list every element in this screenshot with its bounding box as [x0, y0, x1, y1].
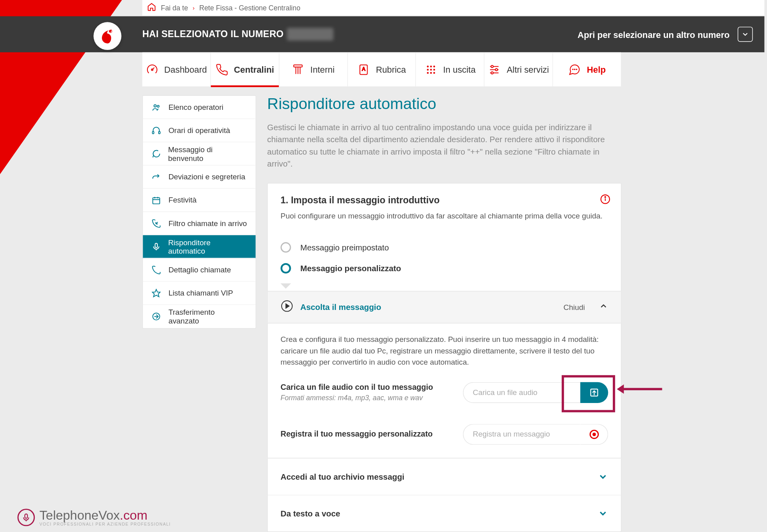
sidebar-item-deviazioni[interactable]: Deviazioni e segreteria — [143, 165, 256, 189]
svg-point-24 — [573, 69, 574, 69]
accordion-label: Da testo a voce — [280, 508, 340, 518]
sidebar-item-label: Elenco operatori — [169, 103, 224, 111]
sidebar-item-dettaglio[interactable]: Dettaglio chiamate — [143, 258, 256, 282]
nav-label: Interni — [310, 64, 335, 74]
svg-rect-30 — [159, 131, 160, 133]
info-icon[interactable] — [600, 194, 610, 204]
nav-rubrica[interactable]: A Rubrica — [348, 52, 416, 87]
vodafone-logo — [93, 22, 121, 50]
mic-icon — [151, 241, 161, 252]
upload-formats: Formati ammessi: m4a, mp3, aac, wma e wa… — [280, 394, 433, 402]
step1-card: 1. Imposta il messaggio introduttivo Puo… — [267, 183, 622, 532]
close-label[interactable]: Chiudi — [564, 303, 585, 312]
annotation-arrow — [622, 388, 662, 390]
watermark-icon — [18, 508, 35, 526]
watermark: TelephoneVox.com VOCI PROFESSIONALI PER … — [18, 508, 171, 526]
message-icon — [151, 148, 161, 159]
svg-point-1 — [109, 30, 112, 33]
upload-label: Carica un file audio con il tuo messaggi… — [280, 383, 433, 391]
listen-label: Ascolta il messaggio — [300, 303, 556, 312]
breadcrumb-page[interactable]: Rete Fissa - Gestione Centralino — [199, 4, 300, 12]
sidebar-item-risponditore[interactable]: Risponditore automatico — [143, 235, 256, 258]
breadcrumb: Fai da te › Rete Fissa - Gestione Centra… — [142, 0, 764, 16]
nav-dashboard[interactable]: Dashboard — [142, 52, 211, 87]
upload-icon — [589, 387, 599, 397]
transfer-icon — [151, 311, 161, 322]
sidebar-item-orari[interactable]: Orari di operatività — [143, 119, 256, 142]
incoming-call-icon — [151, 218, 161, 228]
svg-point-9 — [427, 66, 428, 67]
forward-call-icon — [151, 172, 161, 182]
accordion-tts[interactable]: Da testo a voce — [268, 494, 621, 531]
upload-button[interactable] — [580, 382, 608, 403]
page-description: Gestisci le chiamate in arrivo al tuo ce… — [267, 121, 622, 170]
nav-interni[interactable]: Interni — [279, 52, 348, 87]
svg-point-27 — [154, 104, 156, 107]
radio-label: Messaggio preimpostato — [300, 243, 389, 252]
svg-rect-3 — [294, 65, 302, 67]
star-icon — [151, 288, 161, 298]
sidebar-item-label: Lista chiamanti VIP — [169, 289, 233, 298]
svg-point-14 — [433, 69, 435, 70]
sidebar-item-label: Filtro chiamate in arrivo — [169, 219, 247, 228]
sidebar-item-label: Festività — [169, 196, 197, 204]
nav-help[interactable]: Help — [553, 52, 621, 87]
breadcrumb-home[interactable]: Fai da te — [161, 4, 188, 12]
watermark-brand: TelephoneVox.com — [40, 508, 147, 522]
svg-point-23 — [491, 71, 493, 73]
nav-altri-servizi[interactable]: Altri servizi — [485, 52, 553, 87]
radio-preimpostato[interactable] — [280, 242, 291, 252]
sidebar-item-label: Deviazioni e segreteria — [169, 173, 245, 181]
nav-label: Dashboard — [164, 64, 207, 74]
nav-label: Help — [587, 64, 606, 74]
svg-point-28 — [157, 105, 159, 107]
svg-point-25 — [574, 69, 575, 69]
extensions-icon — [292, 63, 304, 76]
record-button[interactable] — [580, 424, 608, 445]
outgoing-icon — [425, 63, 437, 76]
watermark-tagline: VOCI PROFESSIONALI PER AZIENDE PROFESSIO… — [40, 522, 171, 526]
custom-message-intro: Crea e configura il tuo messaggio person… — [280, 334, 608, 368]
play-button[interactable] — [280, 300, 293, 315]
sidebar-item-filtro-chiamate[interactable]: Filtro chiamate in arrivo — [143, 212, 256, 235]
sidebar-item-festivita[interactable]: Festività — [143, 189, 256, 212]
nav-centralini[interactable]: Centralini — [211, 52, 279, 87]
upload-file-input[interactable]: Carica un file audio — [463, 382, 580, 403]
nav-label: Altri servizi — [507, 64, 549, 74]
accordion-archivio[interactable]: Accedi al tuo archivio messaggi — [268, 458, 621, 494]
calendar-icon — [151, 195, 161, 205]
chevron-down-icon — [598, 471, 608, 482]
record-message-input[interactable]: Registra un messaggio — [463, 424, 580, 445]
chat-icon — [568, 63, 581, 76]
settings-sidebar: Elenco operatori Orari di operatività Me… — [142, 95, 256, 329]
sidebar-item-label: Risponditore automatico — [168, 238, 247, 255]
step1-subtitle: Puoi configurare un messaggio introdutti… — [280, 211, 608, 220]
open-selector-button[interactable] — [738, 27, 753, 42]
chevron-right-icon: › — [193, 5, 195, 11]
nav-label: Rubrica — [376, 64, 406, 74]
sidebar-item-trasferimento[interactable]: Trasferimento avanzato — [143, 305, 256, 328]
svg-point-21 — [491, 65, 493, 67]
home-icon[interactable] — [147, 2, 156, 14]
radio-personalizzato[interactable] — [280, 263, 291, 274]
chevron-down-icon — [741, 30, 749, 38]
open-selector-label: Apri per selezionare un altro numero — [578, 29, 730, 39]
svg-point-41 — [605, 197, 606, 197]
headset-icon — [151, 125, 161, 135]
chevron-down-icon — [598, 508, 608, 518]
svg-marker-43 — [286, 304, 289, 308]
chevron-up-icon[interactable] — [599, 302, 608, 313]
accordion-label: Accedi al tuo archivio messaggi — [280, 472, 404, 481]
phone-system-icon — [215, 63, 228, 76]
sidebar-item-elenco-operatori[interactable]: Elenco operatori — [143, 96, 256, 119]
nav-uscita[interactable]: In uscita — [416, 52, 485, 87]
contacts-icon: A — [357, 63, 370, 76]
selected-number-label: HAI SELEZIONATO IL NUMERO — [142, 29, 284, 40]
sidebar-item-benvenuto[interactable]: Messaggio di benvenuto — [143, 142, 256, 165]
sidebar-item-label: Orari di operatività — [169, 126, 230, 135]
svg-point-11 — [433, 66, 435, 67]
radio-label: Messaggio personalizzato — [300, 264, 401, 273]
sidebar-item-vip[interactable]: Lista chiamanti VIP — [143, 282, 256, 305]
svg-point-10 — [430, 66, 431, 67]
services-icon — [488, 63, 501, 76]
